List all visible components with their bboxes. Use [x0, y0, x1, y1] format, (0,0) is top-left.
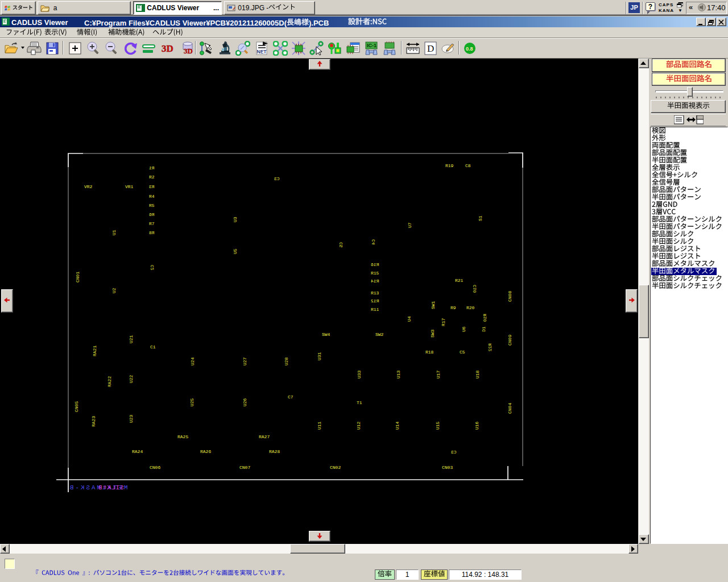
svg-text:0.8: 0.8 [466, 46, 473, 52]
svg-text:IC-1: IC-1 [367, 43, 377, 48]
svg-text:3D: 3D [184, 47, 193, 55]
svg-text:NET: NET [257, 49, 267, 55]
svg-text:3D: 3D [162, 43, 173, 54]
svg-text:D: D [427, 43, 434, 54]
